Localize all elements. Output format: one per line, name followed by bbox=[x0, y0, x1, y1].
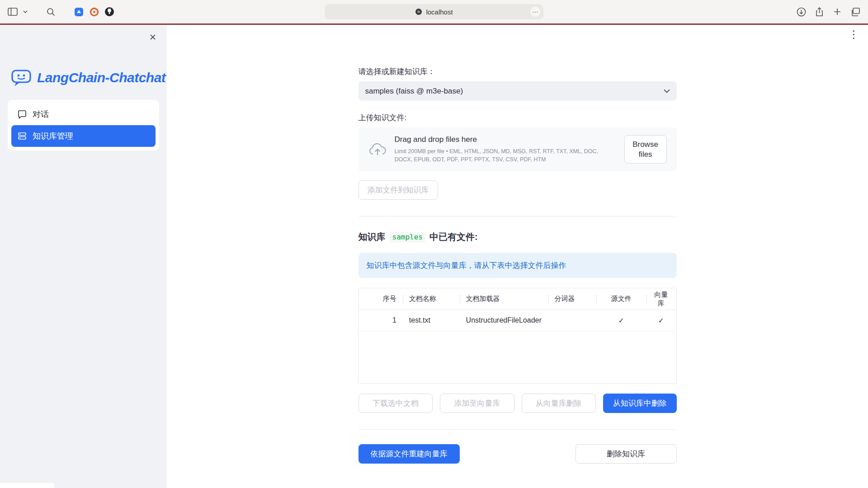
divider bbox=[359, 429, 677, 430]
table-empty-area bbox=[359, 331, 676, 384]
sidebar-close-icon[interactable]: ✕ bbox=[146, 30, 160, 44]
extension-icon-orange-ring[interactable] bbox=[89, 6, 99, 17]
logo-chat-icon bbox=[11, 68, 32, 87]
kb-files-heading-prefix: 知识库 bbox=[359, 231, 386, 243]
table-header-row: 序号 文档名称 文档加载器 分词器 源文件 向量库 bbox=[359, 288, 676, 310]
downloads-icon[interactable] bbox=[796, 6, 807, 17]
kb-selected-value: samples (faiss @ m3e-base) bbox=[365, 87, 463, 96]
col-header-source-file: 源文件 bbox=[596, 288, 646, 310]
col-header-loader: 文档加载器 bbox=[460, 288, 548, 310]
browser-toolbar: localhost ⋯ bbox=[0, 0, 868, 23]
sidebar-bottom-strip bbox=[0, 483, 54, 488]
col-header-index: 序号 bbox=[359, 288, 403, 310]
knowledge-base-icon bbox=[18, 131, 27, 141]
screen: localhost ⋯ bbox=[0, 0, 868, 488]
sidebar-toggle-icon[interactable] bbox=[7, 6, 18, 17]
sidebar: ✕ LangChain-Chatchat 对话 bbox=[0, 25, 167, 488]
kb-action-buttons: 依据源文件重建向量库 删除知识库 bbox=[359, 444, 677, 464]
delete-from-kb-button[interactable]: 从知识库中删除 bbox=[603, 394, 677, 413]
add-files-to-kb-button[interactable]: 添加文件到知识库 bbox=[359, 180, 438, 200]
add-to-vector-store-button[interactable]: 添加至向量库 bbox=[440, 394, 514, 413]
dropzone-title: Drag and drop files here bbox=[395, 135, 616, 144]
cloud-upload-icon bbox=[368, 142, 387, 157]
cell-index: 1 bbox=[359, 310, 403, 331]
cell-splitter bbox=[548, 310, 597, 331]
logo-text: LangChain-Chatchat bbox=[37, 70, 165, 85]
kb-files-table: 序号 文档名称 文档加载器 分词器 源文件 向量库 1 test.txt Uns bbox=[359, 288, 677, 384]
info-message: 知识库中包含源文件与向量库，请从下表中选择文件后操作 bbox=[359, 253, 677, 278]
rebuild-vector-store-button[interactable]: 依据源文件重建向量库 bbox=[359, 444, 460, 464]
delete-from-vector-store-button[interactable]: 从向量库删除 bbox=[522, 394, 596, 413]
new-tab-icon[interactable] bbox=[832, 6, 843, 17]
address-bar[interactable]: localhost ⋯ bbox=[325, 4, 543, 19]
cell-doc-name: test.txt bbox=[403, 310, 460, 331]
site-favicon bbox=[415, 8, 422, 15]
github-extension-icon[interactable] bbox=[104, 6, 115, 17]
cell-loader: UnstructuredFileLoader bbox=[460, 310, 548, 331]
app-menu-icon[interactable]: ⋮ bbox=[849, 29, 859, 40]
tab-overview-icon[interactable] bbox=[850, 6, 861, 17]
page-settings-icon[interactable]: ⋯ bbox=[530, 7, 540, 17]
chat-bubble-icon bbox=[18, 110, 27, 119]
file-dropzone[interactable]: Drag and drop files here Limit 200MB per… bbox=[359, 127, 677, 171]
browse-files-button[interactable]: Browse files bbox=[624, 135, 667, 164]
dropzone-limit-text: Limit 200MB per file • EML, HTML, JSON, … bbox=[395, 147, 616, 164]
kb-files-heading-suffix: 中已有文件: bbox=[429, 231, 478, 243]
file-action-buttons: 下载选中文档 添加至向量库 从向量库删除 从知识库中删除 bbox=[359, 394, 677, 413]
sidebar-nav: 对话 知识库管理 bbox=[8, 100, 159, 150]
sidebar-item-chat[interactable]: 对话 bbox=[11, 103, 156, 125]
share-icon[interactable] bbox=[814, 6, 825, 17]
sidebar-item-label: 知识库管理 bbox=[33, 131, 73, 141]
sidebar-item-label: 对话 bbox=[33, 109, 49, 120]
kb-files-heading: 知识库 samples 中已有文件: bbox=[359, 231, 677, 243]
delete-kb-button[interactable]: 删除知识库 bbox=[576, 444, 677, 464]
col-header-vector-store: 向量库 bbox=[646, 288, 676, 310]
main-area: ⋮ 请选择或新建知识库： samples (faiss @ m3e-base) … bbox=[167, 25, 868, 488]
kb-select-label: 请选择或新建知识库： bbox=[359, 66, 677, 77]
download-selected-button[interactable]: 下载选中文档 bbox=[359, 394, 433, 413]
sidebar-item-knowledge-base[interactable]: 知识库管理 bbox=[11, 125, 156, 147]
app-logo: LangChain-Chatchat bbox=[11, 68, 167, 87]
table-row[interactable]: 1 test.txt UnstructuredFileLoader ✓ ✓ bbox=[359, 310, 676, 331]
col-header-splitter: 分词器 bbox=[548, 288, 597, 310]
kb-name-code: samples bbox=[390, 232, 425, 242]
chevron-down-icon[interactable] bbox=[23, 6, 28, 17]
chevron-down-icon bbox=[664, 89, 670, 93]
address-url: localhost bbox=[426, 8, 453, 16]
extension-icon-blue[interactable] bbox=[73, 6, 84, 17]
kb-select-dropdown[interactable]: samples (faiss @ m3e-base) bbox=[359, 81, 677, 101]
upload-label: 上传知识文件: bbox=[359, 113, 677, 123]
cell-vector-store-check: ✓ bbox=[646, 310, 676, 331]
search-icon[interactable] bbox=[45, 6, 56, 17]
col-header-doc-name: 文档名称 bbox=[403, 288, 460, 310]
divider bbox=[359, 216, 677, 216]
cell-source-file-check: ✓ bbox=[596, 310, 646, 331]
